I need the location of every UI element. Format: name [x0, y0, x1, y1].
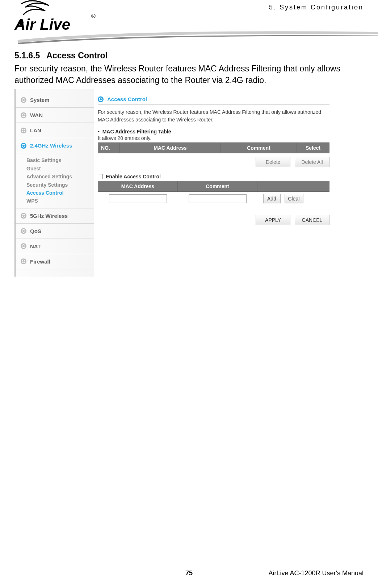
sidebar-item-firewall[interactable]: Firewall	[16, 254, 94, 269]
sidebar-item-lan[interactable]: LAN	[16, 123, 94, 138]
th-select: Select	[297, 143, 329, 153]
submenu-guest[interactable]: Guest	[26, 165, 89, 173]
mac-entry-table: MAC Address Comment Add Clear	[98, 181, 329, 206]
radio-icon	[21, 112, 26, 118]
sidebar-item-label: Firewall	[30, 258, 50, 265]
sidebar-item-label: LAN	[30, 127, 41, 133]
sidebar-item-label: NAT	[30, 243, 41, 249]
th-mac: MAC Address	[120, 143, 221, 153]
submenu-wps[interactable]: WPS	[26, 197, 89, 205]
sidebar-item-5ghz[interactable]: 5GHz Wireless	[16, 208, 94, 224]
clear-button[interactable]: Clear	[285, 194, 303, 203]
sidebar-item-label: 5GHz Wireless	[30, 213, 68, 219]
sidebar-item-label: 2.4GHz Wireless	[30, 142, 72, 149]
apply-button[interactable]: APPLY	[256, 215, 290, 225]
submenu-access-control[interactable]: Access Control	[26, 189, 89, 197]
sidebar-item-label: WAN	[30, 112, 43, 118]
submenu-advanced-settings[interactable]: Advanced Settings	[26, 173, 89, 181]
radio-icon	[21, 243, 26, 249]
filtering-table-heading: • MAC Address Filtering Table	[98, 129, 329, 134]
sidebar-item-label: System	[30, 97, 49, 103]
comment-input[interactable]	[189, 194, 247, 203]
mac-address-input[interactable]	[109, 194, 167, 203]
sidebar-item-system[interactable]: System	[16, 92, 94, 108]
page-number: 75	[185, 570, 193, 577]
entries-note: It allows 20 entries only.	[98, 135, 329, 141]
section-title: Access Control	[46, 51, 108, 60]
section-heading: 5.1.6.5Access Control	[14, 51, 364, 61]
th-actions	[257, 181, 329, 192]
th-no: NO.	[98, 143, 120, 153]
submenu-basic-settings[interactable]: Basic Settings	[26, 156, 89, 164]
sidebar-item-qos[interactable]: QoS	[16, 224, 94, 239]
table-row: Add Clear	[98, 192, 329, 206]
radio-icon	[98, 96, 104, 102]
enable-access-control-label: Enable Access Control	[106, 174, 161, 179]
manual-title: AirLive AC-1200R User's Manual	[268, 570, 364, 577]
th-comment: Comment	[178, 181, 257, 192]
pane-title: Access Control	[107, 96, 147, 102]
sidebar-item-wan[interactable]: WAN	[16, 108, 94, 123]
radio-icon	[21, 128, 26, 133]
sidebar-item-nat[interactable]: NAT	[16, 239, 94, 254]
delete-button[interactable]: Delete	[256, 157, 290, 167]
svg-text:®: ®	[91, 13, 96, 19]
pane-description: For security reason, the Wireless Router…	[98, 108, 329, 124]
header-divider-swoosh	[18, 25, 378, 47]
router-ui-screenshot: System WAN LAN 2.4GHz Wireless Basic Set…	[14, 89, 329, 276]
section-body-text: For security reason, the Wireless Router…	[14, 63, 364, 86]
radio-icon	[21, 97, 26, 103]
page-footer: 75 AirLive AC-1200R User's Manual	[0, 570, 378, 577]
delete-all-button[interactable]: Delete All	[295, 157, 329, 167]
th-comment: Comment	[220, 143, 297, 153]
radio-icon	[21, 213, 26, 219]
main-pane: Access Control For security reason, the …	[94, 89, 329, 276]
radio-icon	[21, 143, 26, 149]
cancel-button[interactable]: CANCEL	[295, 215, 329, 225]
enable-access-control-checkbox[interactable]	[98, 174, 103, 179]
radio-icon	[21, 228, 26, 234]
add-button[interactable]: Add	[263, 194, 281, 203]
section-number: 5.1.6.5	[14, 51, 40, 60]
th-mac: MAC Address	[98, 181, 178, 192]
mac-filter-table: NO. MAC Address Comment Select	[98, 142, 329, 153]
radio-icon	[21, 258, 26, 264]
chapter-label: 5. System Configuration	[269, 4, 364, 11]
sidebar-nav: System WAN LAN 2.4GHz Wireless Basic Set…	[14, 89, 94, 276]
submenu-security-settings[interactable]: Security Settings	[26, 181, 89, 189]
sidebar-item-24ghz[interactable]: 2.4GHz Wireless	[16, 138, 94, 153]
sidebar-item-label: QoS	[30, 228, 41, 234]
sidebar-submenu: Basic Settings Guest Advanced Settings S…	[16, 153, 94, 208]
